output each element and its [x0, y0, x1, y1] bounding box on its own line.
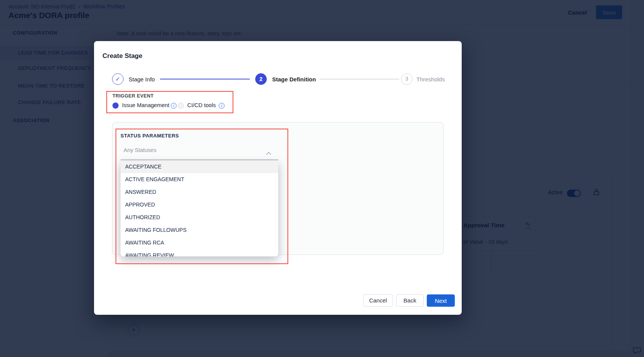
step-3-number-badge[interactable]: 3: [401, 73, 413, 85]
statuses-dropdown-list: ACCEPTANCE ACTIVE ENGAGEMENT ANSWERED AP…: [121, 160, 278, 256]
radio-issue-management[interactable]: [112, 102, 119, 109]
stepper-connector-upcoming: [319, 79, 399, 79]
status-option-awaiting-rca[interactable]: AWAITING RCA: [121, 236, 278, 249]
step-2-number-badge[interactable]: 2: [255, 73, 267, 85]
modal-back-button[interactable]: Back: [396, 294, 424, 307]
status-option-active-engagement[interactable]: ACTIVE ENGAGEMENT: [121, 173, 278, 186]
step-1-completed-check-icon[interactable]: ✓: [112, 73, 124, 85]
radio-issue-management-label[interactable]: Issue Management: [122, 102, 169, 108]
status-option-awaiting-followups[interactable]: AWAITING FOLLOWUPS: [121, 224, 278, 236]
status-option-awaiting-review[interactable]: AWAITING REVIEW: [121, 249, 278, 256]
trigger-event-label: TRIGGER EVENT: [112, 93, 154, 99]
create-stage-modal: Create Stage ✓ Stage Info 2 Stage Defini…: [94, 41, 462, 315]
cicd-tools-info-icon[interactable]: i: [219, 103, 225, 109]
step-1-label[interactable]: Stage Info: [129, 76, 155, 83]
step-3-label[interactable]: Thresholds: [416, 76, 445, 83]
radio-cicd-tools[interactable]: [178, 102, 184, 109]
issue-management-info-icon[interactable]: i: [171, 103, 177, 109]
modal-next-button[interactable]: Next: [427, 294, 455, 307]
step-2-label[interactable]: Stage Definition: [272, 76, 316, 83]
modal-title: Create Stage: [102, 52, 142, 60]
status-parameters-label: STATUS PARAMETERS: [121, 133, 179, 139]
statuses-select-input[interactable]: Any Statuses: [124, 147, 156, 153]
stepper-connector-completed: [160, 79, 250, 79]
status-option-answered[interactable]: ANSWERED: [121, 186, 278, 198]
modal-cancel-button[interactable]: Cancel: [363, 294, 393, 307]
select-underline: [121, 160, 278, 160]
radio-cicd-tools-label[interactable]: CI/CD tools: [187, 102, 216, 108]
status-option-acceptance[interactable]: ACCEPTANCE: [121, 160, 278, 173]
status-option-authorized[interactable]: AUTHORIZED: [121, 211, 278, 224]
status-option-approved[interactable]: APPROVED: [121, 198, 278, 211]
chevron-up-icon[interactable]: [266, 150, 271, 157]
